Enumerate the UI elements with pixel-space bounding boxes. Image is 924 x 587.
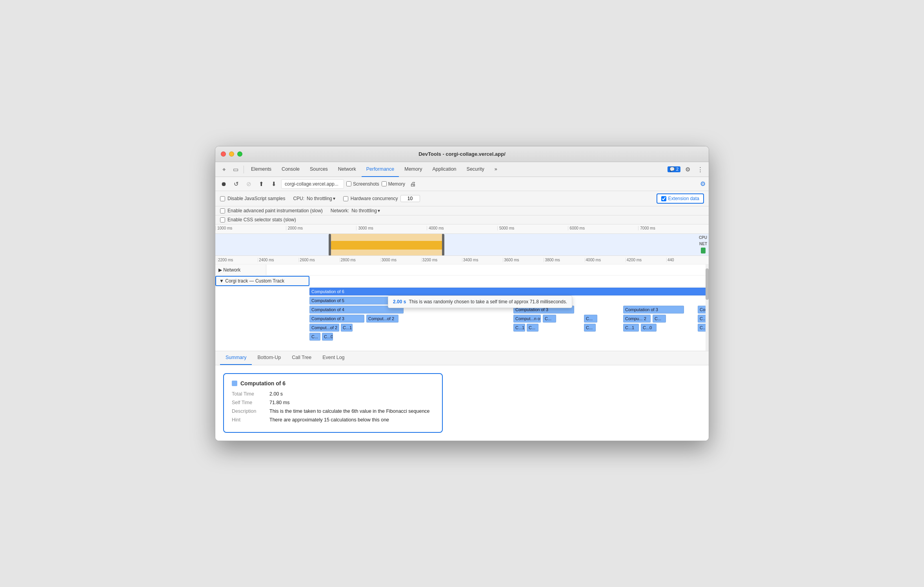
flame-block-r4c[interactable]: C...1 bbox=[513, 324, 525, 332]
tab-security[interactable]: Security bbox=[462, 162, 489, 177]
disable-js-checkbox[interactable] bbox=[220, 196, 225, 201]
flame-block-r4f[interactable]: C...1 bbox=[623, 324, 639, 332]
flame-block-comp2b[interactable]: Comput...of 2 bbox=[366, 315, 398, 323]
summary-panel: Computation of 6 Total Time 2.00 s Self … bbox=[215, 365, 709, 441]
detail-tick-4200: 4200 ms bbox=[626, 258, 666, 262]
tooltip-time: 2.00 s bbox=[393, 299, 406, 304]
enable-paint-label[interactable]: Enable advanced paint instrumentation (s… bbox=[220, 208, 323, 213]
chevron-down-icon: ▾ bbox=[333, 196, 335, 201]
flame-row-3: Computation of 3 Comput...of 2 Comput...… bbox=[309, 315, 709, 323]
summary-row-self: Self Time 71.80 ms bbox=[232, 400, 434, 405]
tick-2000: 2000 ms bbox=[286, 226, 357, 230]
bottom-panel: Summary Bottom-Up Call Tree Event Log Co… bbox=[215, 351, 709, 441]
flame-block-r4e[interactable]: C... bbox=[584, 324, 596, 332]
flame-block-r4b[interactable]: C...1 bbox=[341, 324, 353, 332]
network-track-content bbox=[266, 264, 709, 275]
detail-tick-3400: 3400 ms bbox=[462, 258, 503, 262]
more-icon[interactable]: ⋮ bbox=[695, 164, 706, 175]
custom-track-label[interactable]: ▼ Corgi track — Custom Track bbox=[215, 276, 309, 286]
network-select-wrap[interactable]: No throttling ▾ bbox=[351, 208, 380, 213]
summary-row-desc: Description This is the time taken to ca… bbox=[232, 408, 434, 414]
overview-track[interactable]: CPU NET bbox=[215, 234, 709, 256]
memory-checkbox[interactable] bbox=[382, 181, 387, 186]
extension-data-button[interactable]: Extension data bbox=[657, 193, 704, 204]
flame-block-r5a[interactable]: C... bbox=[309, 333, 320, 341]
flame-block-comp6[interactable]: Computation of 6 bbox=[309, 288, 709, 295]
clear-button[interactable]: ⊘ bbox=[244, 179, 254, 189]
tab-application[interactable]: Application bbox=[427, 162, 461, 177]
network-track-label[interactable]: ▶ Network bbox=[215, 264, 266, 275]
flame-block-comp3b[interactable]: Computation of 3 bbox=[623, 306, 684, 314]
tab-memory[interactable]: Memory bbox=[400, 162, 427, 177]
screenshots-checkbox[interactable] bbox=[346, 181, 351, 186]
devtools-window: DevTools - corgi-collage.vercel.app/ ⌖ ▭… bbox=[215, 146, 709, 441]
extension-data-checkbox[interactable] bbox=[661, 196, 666, 201]
reload-button[interactable]: ↺ bbox=[231, 179, 241, 189]
minimize-button[interactable] bbox=[229, 151, 234, 157]
settings-gear-icon[interactable]: ⚙ bbox=[700, 180, 706, 188]
tab-network[interactable]: Network bbox=[333, 162, 361, 177]
selection-handle-right[interactable] bbox=[442, 234, 444, 256]
scrollbar-thumb[interactable] bbox=[706, 268, 709, 300]
flame-block-c2[interactable]: C... bbox=[584, 315, 597, 323]
custom-track-event-area bbox=[309, 275, 709, 286]
upload-button[interactable]: ⬆ bbox=[256, 179, 266, 189]
devtools-nav: ⌖ ▭ Elements Console Sources Network Per… bbox=[215, 162, 709, 177]
bottom-tabs: Summary Bottom-Up Call Tree Event Log bbox=[215, 351, 709, 365]
tab-call-tree[interactable]: Call Tree bbox=[286, 351, 317, 365]
track-scrollbar[interactable] bbox=[706, 264, 709, 351]
nav-separator bbox=[244, 166, 244, 173]
enable-paint-checkbox[interactable] bbox=[220, 208, 225, 213]
record-button[interactable]: ⏺ bbox=[218, 179, 229, 189]
overview-ruler: 1000 ms 2000 ms 3000 ms 4000 ms 5000 ms … bbox=[215, 224, 709, 234]
flame-block-r4d[interactable]: C... bbox=[527, 324, 538, 332]
flame-block-comp2d[interactable]: Compu... 2 bbox=[623, 315, 651, 323]
flame-block-c1[interactable]: C... bbox=[543, 315, 556, 323]
cursor-icon[interactable]: ⌖ bbox=[218, 164, 229, 175]
tab-sources[interactable]: Sources bbox=[305, 162, 333, 177]
tab-more[interactable]: » bbox=[490, 162, 502, 177]
enable-css-checkbox[interactable] bbox=[220, 217, 225, 222]
tab-console[interactable]: Console bbox=[277, 162, 304, 177]
options-row-1: Disable JavaScript samples CPU: No throt… bbox=[215, 191, 709, 206]
flame-block-comp3c[interactable]: Computation of 3 bbox=[309, 315, 364, 323]
detail-tick-2600: 2600 ms bbox=[298, 258, 339, 262]
download-button[interactable]: ⬇ bbox=[269, 179, 279, 189]
green-bar bbox=[701, 248, 706, 253]
tab-event-log[interactable]: Event Log bbox=[317, 351, 350, 365]
selection-handle-left[interactable] bbox=[329, 234, 331, 256]
flame-block-r4g[interactable]: C...0 bbox=[641, 324, 657, 332]
enable-css-label[interactable]: Enable CSS selector stats (slow) bbox=[220, 217, 296, 222]
toolbar: ⏺ ↺ ⊘ ⬆ ⬇ corgi-collage.vercel.app... Sc… bbox=[215, 177, 709, 191]
screenshots-checkbox-label[interactable]: Screenshots bbox=[346, 181, 379, 187]
overview-yellow-bar bbox=[331, 241, 443, 250]
disable-js-label[interactable]: Disable JavaScript samples bbox=[220, 196, 285, 201]
tab-bottom-up[interactable]: Bottom-Up bbox=[252, 351, 286, 365]
detail-tick-3800: 3800 ms bbox=[544, 258, 584, 262]
maximize-button[interactable] bbox=[237, 151, 242, 157]
tick-5000: 5000 ms bbox=[497, 226, 568, 230]
hw-concurrency-label[interactable]: Hardware concurrency bbox=[343, 195, 420, 202]
device-icon[interactable]: ▭ bbox=[230, 164, 241, 175]
tab-performance[interactable]: Performance bbox=[362, 162, 399, 177]
memory-checkbox-label[interactable]: Memory bbox=[382, 181, 405, 187]
tick-3000: 3000 ms bbox=[356, 226, 427, 230]
flame-block-r5b[interactable]: C...0 bbox=[322, 333, 333, 341]
flame-block-comp2c[interactable]: Comput...n of 2 bbox=[513, 315, 541, 323]
summary-row-total: Total Time 2.00 s bbox=[232, 391, 434, 397]
url-display: corgi-collage.vercel.app... bbox=[281, 179, 344, 189]
flame-block-r4a[interactable]: Comput...of 2 bbox=[309, 324, 339, 332]
close-button[interactable] bbox=[221, 151, 226, 157]
window-controls bbox=[221, 151, 242, 157]
detail-tick-2800: 2800 ms bbox=[340, 258, 380, 262]
tab-elements[interactable]: Elements bbox=[246, 162, 276, 177]
settings-icon[interactable]: ⚙ bbox=[682, 164, 693, 175]
hw-concurrency-input[interactable] bbox=[400, 195, 420, 202]
flame-block-c3[interactable]: C... bbox=[653, 315, 666, 323]
tab-summary[interactable]: Summary bbox=[220, 351, 252, 365]
cpu-select-wrap[interactable]: No throttling ▾ bbox=[307, 196, 335, 201]
hw-concurrency-checkbox[interactable] bbox=[343, 196, 348, 201]
printer-icon[interactable]: 🖨 bbox=[407, 179, 418, 189]
detail-tick-440: 440 bbox=[666, 258, 707, 262]
tooltip: 2.00 s This is was randomly chosen to ta… bbox=[388, 295, 572, 308]
